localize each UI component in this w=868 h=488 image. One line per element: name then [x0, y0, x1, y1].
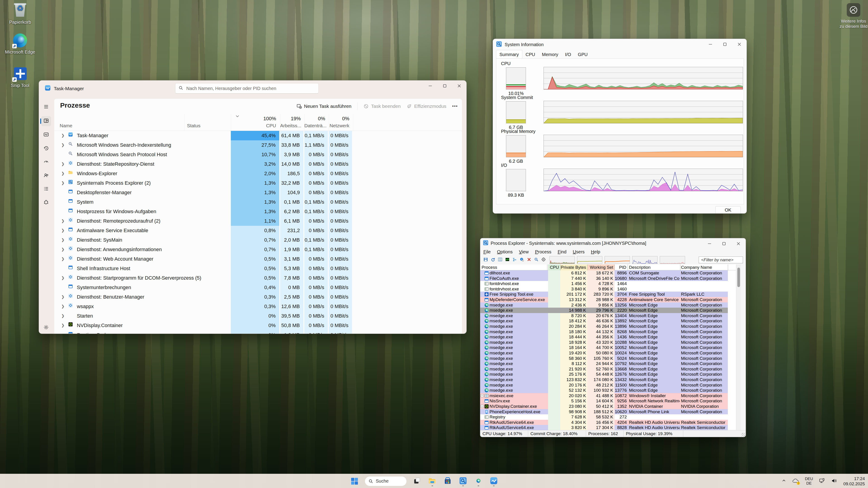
sidebar-item-menu[interactable]: [41, 102, 51, 112]
language-indicator[interactable]: DEUDE: [805, 477, 813, 486]
filter-input[interactable]: <Filter by name>: [699, 257, 743, 263]
spotlight-info-shortcut[interactable]: Weitere Infos zu diesem Bild: [839, 3, 868, 29]
tab-io[interactable]: I/O: [562, 51, 575, 59]
table-row[interactable]: Runtime Broker0%1,2 MB0 MB/s0 MBit/s: [54, 330, 462, 334]
process-row[interactable]: msedge.exe20 284 K46 264 K13896Microsoft…: [480, 324, 736, 329]
process-row[interactable]: msedge.exe2 436 K9 856 K13256Microsoft E…: [480, 302, 736, 308]
column-cpu[interactable]: CPU: [231, 123, 276, 129]
table-row[interactable]: ❯Antimalware Service Executable0,8%231,2…: [54, 226, 462, 235]
table-row[interactable]: ❯Diensthost: Anwendungsinformationen0,7%…: [54, 245, 462, 254]
expand-chevron-icon[interactable]: ❯: [61, 254, 66, 264]
expand-chevron-icon[interactable]: ❯: [61, 273, 66, 283]
process-row[interactable]: msedge.exe18 444 K44 356 K1436Microsoft …: [480, 334, 736, 340]
collapse-box[interactable]: −: [481, 394, 484, 397]
properties-button[interactable]: i: [518, 257, 525, 263]
expand-chevron-icon[interactable]: ❯: [61, 140, 66, 150]
process-row[interactable]: MpDefenderCoreService.exe13 312 K28 988 …: [480, 297, 736, 302]
sidebar-item-details[interactable]: [41, 184, 51, 194]
collapse-box[interactable]: −: [481, 405, 484, 408]
column-separator[interactable]: [728, 264, 728, 270]
taskbar-clock[interactable]: 17:2409.02.2025: [843, 476, 865, 486]
vertical-scrollbar[interactable]: [736, 264, 741, 430]
table-row[interactable]: Microsoft Windows Search Protocol Host10…: [54, 150, 462, 159]
expand-chevron-icon[interactable]: ❯: [61, 159, 66, 169]
table-row[interactable]: Systemunterbrechungen0,4%0 MB0 MB/s0 MBi…: [54, 283, 462, 292]
tab-cpu[interactable]: CPU: [522, 51, 538, 59]
minimize-button[interactable]: [702, 238, 717, 249]
task-manager-titlebar[interactable]: Task-Manager: [39, 80, 466, 97]
tray-chevron-up-icon[interactable]: [781, 478, 786, 484]
sidebar-item-performance[interactable]: [41, 130, 51, 140]
expand-chevron-icon[interactable]: ❯: [61, 245, 66, 254]
process-row[interactable]: −msiexec.exe20 020 K41 488 K10872Windows…: [480, 393, 736, 398]
process-row[interactable]: msedge.exe123 832 K174 080 K13432Microso…: [480, 377, 736, 383]
find-window-button[interactable]: [540, 257, 547, 263]
table-row[interactable]: ❯Sysinternals Process Explorer (2)1,3%32…: [54, 178, 462, 188]
expand-chevron-icon[interactable]: ❯: [61, 178, 66, 188]
column-description[interactable]: Description: [629, 264, 680, 270]
taskbar-task-manager-button[interactable]: [489, 476, 499, 486]
menu-options[interactable]: Options: [497, 249, 513, 255]
process-explorer-titlebar[interactable]: Process Explorer - Sysinternals: www.sys…: [483, 240, 646, 247]
expand-chevron-icon[interactable]: ❯: [61, 216, 66, 226]
process-row[interactable]: msedge.exe8 720 K20 676 K13404Microsoft …: [480, 313, 736, 319]
process-row[interactable]: −NVDisplay.Container.exe23 080 K50 412 K…: [480, 404, 736, 409]
cpu-graph-button[interactable]: [504, 257, 511, 263]
menu-view[interactable]: View: [519, 249, 529, 255]
task-manager-search[interactable]: [175, 83, 318, 94]
table-row[interactable]: ❯Starten0%39,5 MB0 MB/s0 MBit/s: [54, 311, 462, 321]
io-minigraph[interactable]: [632, 256, 657, 264]
table-row[interactable]: Shell Infrastructure Host0,5%5,3 MB0 MB/…: [54, 264, 462, 273]
column-company-name[interactable]: Company Name: [681, 264, 726, 270]
column-pid[interactable]: PID: [615, 264, 628, 270]
expand-chevron-icon[interactable]: ❯: [61, 226, 66, 235]
table-row[interactable]: Desktopfenster-Manager1,3%104,9 MB0 MB/s…: [54, 188, 462, 197]
process-row[interactable]: Free Snipping Tool.exe201 172 K283 720 K…: [480, 292, 736, 297]
column-memory[interactable]: Arbeitss...: [280, 123, 301, 129]
start-button[interactable]: [349, 476, 360, 486]
menu-help[interactable]: Help: [591, 249, 600, 255]
sidebar-item-users[interactable]: [41, 171, 51, 181]
process-row[interactable]: RtkAudUService64.exe4 304 K16 456 K4204R…: [480, 420, 736, 425]
network-icon[interactable]: [819, 478, 825, 485]
process-row[interactable]: msedge.exe21 920 K52 760 K13668Microsoft…: [480, 366, 736, 372]
process-row[interactable]: msedge.exe18 180 K44 132 K8268Microsoft …: [480, 329, 736, 334]
process-row[interactable]: dllhost.exe6 812 K18 672 K8896COM Surrog…: [480, 270, 736, 276]
expand-chevron-icon[interactable]: ❯: [61, 311, 66, 321]
table-row[interactable]: ❯Microsoft Windows Search-Indexerstellun…: [54, 140, 462, 150]
taskbar-search[interactable]: Suche: [365, 476, 407, 486]
sidebar-item-services[interactable]: [41, 198, 51, 207]
maximize-button[interactable]: [437, 80, 452, 91]
process-table-header[interactable]: Name Status 100% CPU 19% Arbeitss... 0% …: [54, 114, 462, 131]
table-row[interactable]: ❯Diensthost: Startprogramm für DCOM-Serv…: [54, 273, 462, 283]
expand-chevron-icon[interactable]: ❯: [61, 321, 66, 330]
table-row[interactable]: ❯Windows-Explorer2,0%186,5 MB0 MB/s0 MBi…: [54, 169, 462, 178]
column-working-set[interactable]: Working Set: [587, 264, 615, 270]
tab-memory[interactable]: Memory: [538, 51, 562, 59]
process-row[interactable]: msedge.exe18 412 K46 636 K13892Microsoft…: [480, 318, 736, 324]
column-separator[interactable]: [547, 264, 548, 270]
column-disk[interactable]: Datenträ...: [304, 123, 325, 129]
column-private-bytes[interactable]: Private Bytes: [560, 264, 587, 270]
taskbar-file-explorer-button[interactable]: [427, 476, 437, 486]
column-process[interactable]: Process: [482, 264, 545, 270]
sidebar-item-startup-apps[interactable]: [41, 157, 51, 167]
process-row[interactable]: PhoneExperienceHost.exe98 908 K188 512 K…: [480, 409, 736, 415]
expand-chevron-icon[interactable]: ❯: [61, 302, 66, 311]
table-row[interactable]: ❯wsappx0,3%12,6 MB0 MB/s0 MBit/s: [54, 302, 462, 311]
minimize-button[interactable]: [703, 39, 718, 50]
process-row[interactable]: Registry7 628 K58 532 K272: [480, 414, 736, 420]
table-row[interactable]: ❯Diensthost: Web Account Manager0,5%3,1 …: [54, 254, 462, 264]
system-information-titlebar[interactable]: System Information: [496, 41, 544, 48]
scrollbar-thumb[interactable]: [737, 268, 740, 287]
process-row[interactable]: msedge.exe20 176 K48 212 K11500Microsoft…: [480, 383, 736, 388]
minimize-button[interactable]: [423, 80, 437, 91]
refresh-button[interactable]: [489, 257, 497, 263]
close-button[interactable]: [732, 39, 747, 50]
process-row[interactable]: msedge.exe18 928 K43 320 K10288Microsoft…: [480, 340, 736, 345]
desktop-icon-papierkorb[interactable]: ♻Papierkorb: [3, 3, 37, 25]
process-row[interactable]: fontdrvhost.exe1 456 K4 728 K1464: [480, 281, 736, 286]
sidebar-item-settings[interactable]: [41, 323, 51, 333]
desktop-icon-snip-tool[interactable]: ↗Snip Tool: [3, 66, 37, 88]
column-network[interactable]: Netzwerk: [329, 123, 349, 129]
